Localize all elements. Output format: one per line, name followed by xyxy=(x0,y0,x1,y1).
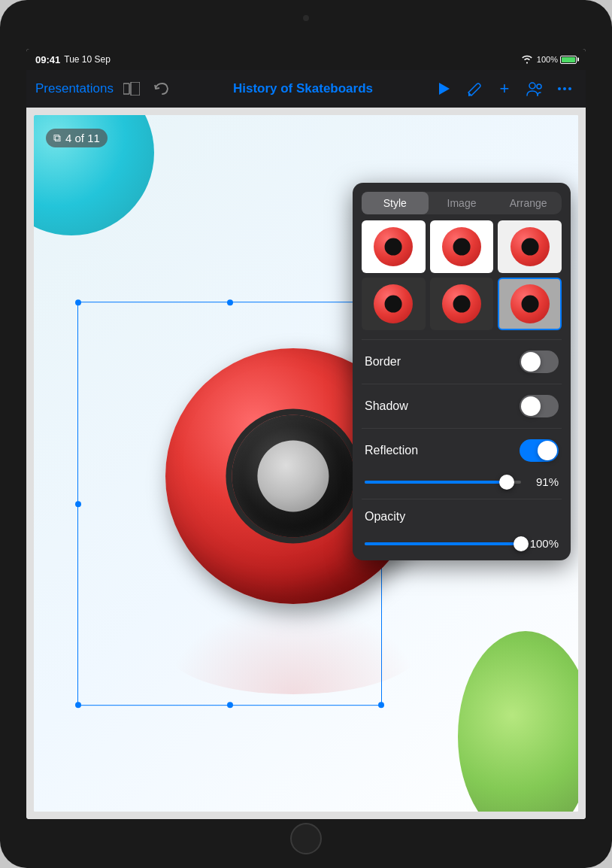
style-thumb-5[interactable] xyxy=(430,278,494,330)
opacity-row: Opacity xyxy=(353,499,571,534)
play-button[interactable] xyxy=(432,77,456,101)
mini-wheel-4 xyxy=(374,284,413,323)
mini-wheel-2 xyxy=(442,227,481,266)
shadow-row: Shadow xyxy=(353,384,571,428)
back-button[interactable]: Presentations xyxy=(35,81,114,96)
svg-rect-0 xyxy=(123,83,129,94)
handle-top-left[interactable] xyxy=(75,299,81,305)
reflection-slider-track[interactable] xyxy=(365,481,521,484)
wheel-reflection xyxy=(165,604,421,694)
border-label: Border xyxy=(365,355,401,369)
svg-point-2 xyxy=(529,83,535,89)
more-button[interactable] xyxy=(553,77,577,101)
ipad-screen: 09:41 Tue 10 Sep 100% Pres xyxy=(26,49,586,819)
svg-point-3 xyxy=(537,84,541,89)
reflection-slider-row: 91% xyxy=(365,475,559,488)
opacity-value: 100% xyxy=(529,537,559,550)
border-toggle[interactable] xyxy=(520,351,559,373)
opacity-label: Opacity xyxy=(365,510,405,524)
ipad-frame: 09:41 Tue 10 Sep 100% Pres xyxy=(0,0,612,868)
shadow-toggle-knob xyxy=(521,396,541,416)
mini-wheel-inner-2 xyxy=(453,238,471,256)
slide-counter-text: 4 of 11 xyxy=(65,132,100,144)
mini-wheel-inner-1 xyxy=(385,238,402,256)
wheel-hub xyxy=(257,440,329,511)
reflection-label: Reflection xyxy=(365,444,418,457)
mini-wheel-inner-6 xyxy=(521,296,538,313)
mini-wheel-inner-4 xyxy=(385,296,402,313)
border-toggle-knob xyxy=(521,352,541,372)
style-thumb-1[interactable] xyxy=(362,220,426,273)
shadow-toggle[interactable] xyxy=(520,395,559,417)
mini-wheel-1 xyxy=(374,227,413,266)
battery-icon xyxy=(560,56,577,64)
handle-top-mid[interactable] xyxy=(227,299,233,305)
format-panel: Style Image Arrange xyxy=(353,183,571,560)
opacity-slider-fill xyxy=(365,542,521,545)
opacity-slider-track[interactable] xyxy=(365,542,521,545)
shadow-label: Shadow xyxy=(365,399,408,413)
style-thumb-2[interactable] xyxy=(430,220,494,273)
panel-tabs: Style Image Arrange xyxy=(362,192,562,214)
reflection-slider-section: 91% xyxy=(353,472,571,499)
home-button[interactable] xyxy=(290,823,322,854)
status-bar: 09:41 Tue 10 Sep 100% xyxy=(26,49,586,70)
slide-area: ⧉ 4 of 11 Style Image Arrange xyxy=(26,108,586,819)
mini-wheel-inner-3 xyxy=(521,238,538,256)
reflection-toggle[interactable] xyxy=(520,439,559,462)
svg-rect-1 xyxy=(131,82,140,96)
mini-wheel-6 xyxy=(511,284,550,323)
tab-image[interactable]: Image xyxy=(429,192,495,214)
battery-container: 100% xyxy=(537,55,577,64)
reflection-row: Reflection xyxy=(353,429,571,472)
slide-counter-icon: ⧉ xyxy=(53,132,61,144)
slides-panel-icon[interactable] xyxy=(120,77,144,101)
nav-bar: Presentations History of Skateboards xyxy=(26,70,586,108)
reflection-slider-fill xyxy=(365,481,507,484)
wifi-icon xyxy=(521,55,533,64)
handle-bottom-mid[interactable] xyxy=(227,702,233,708)
handle-mid-left[interactable] xyxy=(75,501,81,507)
slide-counter: ⧉ 4 of 11 xyxy=(46,129,108,147)
slide-canvas[interactable]: ⧉ 4 of 11 Style Image Arrange xyxy=(34,115,578,812)
mini-wheel-inner-5 xyxy=(453,296,471,313)
collaborate-button[interactable] xyxy=(523,77,547,101)
slide-title: History of Skateboards xyxy=(180,81,426,96)
pencil-button[interactable] xyxy=(462,77,486,101)
style-grid xyxy=(353,220,571,339)
svg-point-5 xyxy=(563,87,566,90)
reflection-slider-thumb[interactable] xyxy=(499,475,514,490)
status-date: Tue 10 Sep xyxy=(64,54,111,65)
battery-fill xyxy=(562,57,575,62)
reflection-value: 91% xyxy=(529,475,559,488)
undo-icon[interactable] xyxy=(150,77,174,101)
front-camera xyxy=(303,15,309,21)
opacity-slider-section: 100% xyxy=(353,534,571,560)
add-button[interactable]: + xyxy=(492,77,517,101)
status-time: 09:41 xyxy=(35,54,60,65)
reflection-toggle-knob xyxy=(538,441,557,460)
style-thumb-3[interactable] xyxy=(498,220,562,273)
opacity-slider-thumb[interactable] xyxy=(514,536,529,551)
mini-wheel-5 xyxy=(442,284,481,323)
battery-percent: 100% xyxy=(537,55,558,64)
border-row: Border xyxy=(353,340,571,384)
play-icon xyxy=(439,83,450,95)
status-right: 100% xyxy=(521,55,577,64)
opacity-slider-row: 100% xyxy=(365,537,559,550)
style-thumb-4[interactable] xyxy=(362,278,426,330)
tab-arrange[interactable]: Arrange xyxy=(495,192,562,214)
svg-point-4 xyxy=(558,87,561,90)
svg-point-6 xyxy=(568,87,571,90)
mini-wheel-3 xyxy=(511,227,550,266)
style-thumb-6[interactable] xyxy=(498,278,562,330)
tab-style[interactable]: Style xyxy=(362,192,429,214)
